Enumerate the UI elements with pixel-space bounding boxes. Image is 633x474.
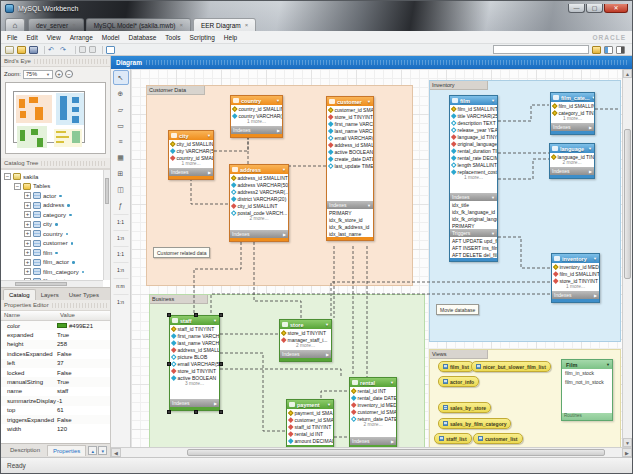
property-row-top[interactable]: top61 bbox=[1, 406, 110, 415]
table-customer[interactable]: customer▼customer_id SMALL...store_id TI… bbox=[326, 96, 374, 241]
routine-group-header[interactable]: Film▼ bbox=[562, 360, 612, 369]
table-column[interactable]: staff_id TINYINT bbox=[170, 325, 219, 332]
zoom-in-toolbar-icon[interactable] bbox=[89, 46, 96, 53]
section-header-collapsed[interactable]: Indexes▶ bbox=[169, 168, 213, 176]
menu-arrange[interactable]: Arrange bbox=[70, 34, 93, 41]
scrollbar-thumb[interactable] bbox=[187, 449, 605, 456]
table-column[interactable]: active BOOLEAN bbox=[170, 374, 219, 381]
table-header[interactable]: store▼ bbox=[280, 320, 331, 329]
view-sales_by_film_category[interactable]: sales_by_film_category bbox=[438, 418, 511, 429]
canvas-horizontal-scrollbar[interactable]: ◀ ▶ bbox=[111, 447, 632, 457]
tree-horizontal-scrollbar[interactable] bbox=[1, 280, 103, 287]
section-row[interactable]: idx_fk_language_id bbox=[450, 208, 497, 215]
table-column[interactable]: country VARCHAR(50) bbox=[231, 112, 282, 119]
search-input[interactable] bbox=[493, 45, 589, 54]
menu-database[interactable]: Database bbox=[129, 34, 157, 41]
rel-1-n-identifying-tool[interactable]: 1:n bbox=[113, 262, 129, 277]
table-column[interactable]: first_name VARCH... bbox=[170, 332, 219, 339]
more-columns-label[interactable]: 1 more... bbox=[552, 284, 599, 291]
more-columns-label[interactable]: 1 more... bbox=[450, 175, 497, 182]
view-nicer_but_slower_film_list[interactable]: nicer_but_slower_film_list bbox=[471, 361, 551, 372]
table-column[interactable]: last_name VARCH... bbox=[170, 339, 219, 346]
doc-tab-2[interactable]: EER Diagram× bbox=[193, 18, 256, 31]
section-row[interactable]: AFT UPDATE upd_film bbox=[450, 237, 497, 244]
table-column[interactable]: staff_id TINYINT bbox=[287, 423, 333, 430]
tree-item-tables-folder[interactable]: −Tables bbox=[4, 182, 110, 192]
tree-vertical-scrollbar[interactable] bbox=[103, 170, 110, 280]
table-header[interactable]: payment▼ bbox=[287, 400, 333, 409]
close-tab-icon[interactable]: × bbox=[179, 22, 183, 28]
property-row-expanded[interactable]: expandedTrue bbox=[1, 330, 110, 339]
table-country[interactable]: country▼country_id SMALLINTcountry VARCH… bbox=[230, 95, 283, 138]
collapse-icon[interactable]: − bbox=[4, 173, 11, 180]
find-icon[interactable] bbox=[592, 46, 601, 54]
expand-icon[interactable]: + bbox=[24, 202, 31, 209]
rel-n-m-identifying-tool[interactable]: n:m bbox=[113, 278, 129, 293]
table-header[interactable]: address▼ bbox=[230, 165, 288, 174]
table-column[interactable]: replacement_cost D... bbox=[450, 168, 497, 175]
table-column[interactable]: country_id SMALLINT bbox=[231, 105, 282, 112]
scroll-right-icon[interactable]: ▶ bbox=[622, 448, 632, 457]
redo-icon[interactable]: ↷ bbox=[60, 46, 69, 54]
selection-handle[interactable] bbox=[219, 362, 223, 366]
table-column[interactable]: payment_id SMA... bbox=[287, 409, 333, 416]
tree-item-film_actor[interactable]: +film_actor bbox=[4, 258, 110, 268]
toggle-right-panel-icon[interactable] bbox=[616, 46, 625, 54]
tab-layers[interactable]: Layers bbox=[36, 290, 64, 300]
expand-icon[interactable]: + bbox=[24, 221, 31, 228]
scroll-left-icon[interactable]: ◀ bbox=[111, 448, 121, 457]
section-row[interactable]: idx_fk_address_id bbox=[327, 223, 373, 230]
rel-1-n-non-identifying-tool[interactable]: 1:n bbox=[113, 230, 129, 245]
open-document-icon[interactable] bbox=[17, 46, 26, 54]
routine-group-tool[interactable]: ƒ bbox=[113, 198, 129, 213]
new-document-icon[interactable] bbox=[5, 46, 14, 54]
section-header-collapsed[interactable]: Indexes▶ bbox=[170, 399, 219, 407]
toggle-left-panel-icon[interactable] bbox=[604, 46, 613, 54]
tree-item-film_category[interactable]: +film_category bbox=[4, 267, 110, 277]
doc-tab-0[interactable]: dev_server× bbox=[28, 18, 84, 31]
note-customer-related-data[interactable]: Customer related data bbox=[153, 247, 210, 258]
menu-edit[interactable]: Edit bbox=[26, 34, 37, 41]
table-column[interactable]: film_id SMALLINT bbox=[552, 270, 599, 277]
table-inventory[interactable]: inventory▼inventory_id MEDI...film_id SM… bbox=[551, 253, 600, 303]
table-column[interactable]: title VARCHAR(255) bbox=[450, 112, 497, 119]
table-column[interactable]: store_id TINYINT bbox=[170, 367, 219, 374]
table-header[interactable]: staff▼ bbox=[170, 316, 219, 325]
selection-handle[interactable] bbox=[194, 410, 198, 414]
selection-handle[interactable] bbox=[219, 410, 223, 414]
pan-tool[interactable]: ⊕ bbox=[113, 86, 129, 101]
selection-handle[interactable] bbox=[194, 313, 198, 317]
view-tool[interactable]: ◫ bbox=[113, 182, 129, 197]
section-header-collapsed[interactable]: Indexes▶ bbox=[230, 230, 288, 238]
note-tool[interactable]: ≡ bbox=[113, 134, 129, 149]
close-button[interactable]: ✕ bbox=[604, 4, 628, 13]
splitter-up-icon[interactable]: ▴ bbox=[88, 446, 97, 455]
table-header[interactable]: city▼ bbox=[169, 131, 213, 140]
section-header-collapsed[interactable]: Indexes▶ bbox=[552, 291, 599, 299]
layer-tool[interactable]: ▭ bbox=[113, 118, 129, 133]
table-column[interactable]: customer_id SMAL... bbox=[350, 408, 396, 415]
table-language[interactable]: language▼language_id TINY...2 more...Ind… bbox=[549, 143, 595, 179]
more-columns-label[interactable]: 1 more... bbox=[169, 161, 213, 168]
section-row[interactable]: idx_fk_original_langua... bbox=[450, 215, 497, 222]
maximize-button[interactable]: ▢ bbox=[586, 4, 603, 13]
table-store[interactable]: store▼store_id TINYINTmanager_staff_i...… bbox=[279, 319, 332, 362]
section-row[interactable]: PRIMARY bbox=[327, 209, 373, 216]
selection-handle[interactable] bbox=[167, 362, 171, 366]
table-column[interactable]: inventory_id MEDI... bbox=[350, 401, 396, 408]
view-actor_info[interactable]: actor_info bbox=[438, 376, 479, 387]
table-header[interactable]: inventory▼ bbox=[552, 254, 599, 263]
collapse-arrow-icon[interactable]: ▼ bbox=[588, 146, 592, 151]
view-customer_list[interactable]: customer_list bbox=[473, 433, 523, 444]
tab-user-types[interactable]: User Types bbox=[64, 290, 104, 300]
collapse-arrow-icon[interactable]: ▼ bbox=[213, 318, 217, 323]
section-row[interactable]: AFT DELETE del_film bbox=[450, 251, 497, 258]
home-tab[interactable]: ⌂ bbox=[5, 18, 25, 31]
table-column[interactable]: inventory_id MEDI... bbox=[552, 263, 599, 270]
section-row[interactable]: idx_last_name bbox=[327, 230, 373, 237]
table-staff[interactable]: staff▼staff_id TINYINTfirst_name VARCH..… bbox=[169, 315, 220, 411]
expand-icon[interactable]: + bbox=[24, 192, 31, 199]
table-column[interactable]: active BOOLEAN bbox=[327, 148, 373, 155]
doc-tab-1[interactable]: MySQL Model* (sakila.mwb)× bbox=[86, 18, 191, 31]
collapse-arrow-icon[interactable]: ▼ bbox=[367, 99, 371, 104]
